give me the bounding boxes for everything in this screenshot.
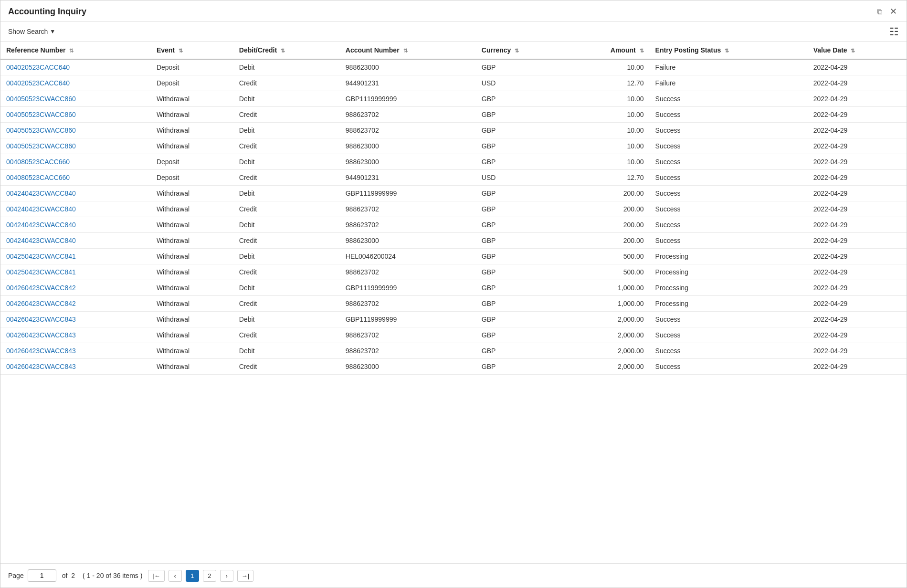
cell-value-date: 2022-04-29 [808, 107, 907, 123]
cell-debit-credit: Credit [233, 75, 340, 91]
cell-debit-credit: Credit [233, 359, 340, 375]
cell-reference-number[interactable]: 004260423CWACC843 [0, 359, 151, 375]
cell-amount: 2,000.00 [567, 312, 650, 327]
cell-entry-posting-status: Success [650, 312, 808, 327]
cell-value-date: 2022-04-29 [808, 123, 907, 138]
cell-reference-number[interactable]: 004020523CACC640 [0, 75, 151, 91]
cell-event: Withdrawal [151, 123, 233, 138]
cell-debit-credit: Debit [233, 186, 340, 201]
cell-reference-number[interactable]: 004240423CWACC840 [0, 217, 151, 233]
cell-event: Withdrawal [151, 296, 233, 312]
cell-value-date: 2022-04-29 [808, 170, 907, 186]
cell-reference-number[interactable]: 004050523CWACC860 [0, 138, 151, 154]
cell-value-date: 2022-04-29 [808, 233, 907, 249]
cell-account-number: 988623702 [340, 296, 476, 312]
last-page-button[interactable]: →| [237, 570, 253, 582]
col-header-reference-number[interactable]: Reference Number ⇅ [0, 42, 151, 59]
cell-account-number: 988623000 [340, 359, 476, 375]
show-search-button[interactable]: Show Search ▼ [8, 26, 55, 37]
page-2-button[interactable]: 2 [203, 570, 216, 582]
cell-event: Deposit [151, 170, 233, 186]
cell-reference-number[interactable]: 004260423CWACC843 [0, 343, 151, 359]
cell-event: Deposit [151, 75, 233, 91]
cell-debit-credit: Debit [233, 249, 340, 264]
col-header-amount[interactable]: Amount ⇅ [567, 42, 650, 59]
table-row: 004260423CWACC843WithdrawalDebitGBP11199… [0, 312, 907, 327]
cell-account-number: 988623702 [340, 107, 476, 123]
cell-currency: USD [476, 170, 567, 186]
col-header-event[interactable]: Event ⇅ [151, 42, 233, 59]
cell-event: Deposit [151, 154, 233, 170]
cell-account-number: 988623702 [340, 343, 476, 359]
page-input[interactable] [28, 569, 56, 582]
table-row: 004260423CWACC842WithdrawalDebitGBP11199… [0, 280, 907, 296]
cell-amount: 10.00 [567, 154, 650, 170]
prev-page-button[interactable]: ‹ [169, 570, 182, 582]
cell-currency: GBP [476, 201, 567, 217]
cell-entry-posting-status: Success [650, 138, 808, 154]
title-bar-controls: ⧉ ✕ [875, 5, 899, 18]
next-page-button[interactable]: › [220, 570, 233, 582]
cell-account-number: GBP1119999999 [340, 312, 476, 327]
cell-value-date: 2022-04-29 [808, 327, 907, 343]
cell-amount: 10.00 [567, 91, 650, 107]
cell-entry-posting-status: Processing [650, 280, 808, 296]
cell-account-number: 988623702 [340, 123, 476, 138]
cell-reference-number[interactable]: 004020523CACC640 [0, 59, 151, 75]
cell-debit-credit: Debit [233, 217, 340, 233]
maximize-button[interactable]: ⧉ [875, 6, 884, 18]
cell-reference-number[interactable]: 004080523CACC660 [0, 170, 151, 186]
sort-icon-account-number: ⇅ [403, 48, 408, 53]
cell-currency: USD [476, 75, 567, 91]
cell-reference-number[interactable]: 004260423CWACC842 [0, 280, 151, 296]
range-info: ( 1 - 20 of 36 items ) [83, 572, 142, 579]
cell-currency: GBP [476, 154, 567, 170]
cell-event: Withdrawal [151, 201, 233, 217]
col-header-account-number[interactable]: Account Number ⇅ [340, 42, 476, 59]
close-button[interactable]: ✕ [888, 5, 899, 18]
col-header-debit-credit[interactable]: Debit/Credit ⇅ [233, 42, 340, 59]
table-row: 004080523CACC660DepositCredit944901231US… [0, 170, 907, 186]
col-header-entry-posting-status[interactable]: Entry Posting Status ⇅ [650, 42, 808, 59]
table-row: 004240423CWACC840WithdrawalCredit9886237… [0, 201, 907, 217]
col-header-currency[interactable]: Currency ⇅ [476, 42, 567, 59]
cell-reference-number[interactable]: 004080523CACC660 [0, 154, 151, 170]
cell-event: Withdrawal [151, 91, 233, 107]
page-1-button[interactable]: 1 [186, 570, 199, 582]
table-row: 004020523CACC640DepositDebit988623000GBP… [0, 59, 907, 75]
cell-debit-credit: Credit [233, 233, 340, 249]
table-row: 004260423CWACC843WithdrawalCredit9886230… [0, 359, 907, 375]
col-header-value-date[interactable]: Value Date ⇅ [808, 42, 907, 59]
cell-reference-number[interactable]: 004260423CWACC842 [0, 296, 151, 312]
cell-amount: 200.00 [567, 217, 650, 233]
cell-reference-number[interactable]: 004250423CWACC841 [0, 264, 151, 280]
cell-reference-number[interactable]: 004260423CWACC843 [0, 312, 151, 327]
cell-amount: 12.70 [567, 75, 650, 91]
cell-reference-number[interactable]: 004240423CWACC840 [0, 233, 151, 249]
edit-columns-button[interactable]: ☷ [889, 26, 899, 38]
cell-entry-posting-status: Processing [650, 264, 808, 280]
cell-value-date: 2022-04-29 [808, 249, 907, 264]
edit-columns-area: ☷ [889, 26, 899, 38]
table-row: 004050523CWACC860WithdrawalCredit9886230… [0, 138, 907, 154]
cell-reference-number[interactable]: 004050523CWACC860 [0, 107, 151, 123]
cell-amount: 200.00 [567, 201, 650, 217]
first-page-button[interactable]: |← [148, 570, 164, 582]
cell-amount: 12.70 [567, 170, 650, 186]
cell-reference-number[interactable]: 004050523CWACC860 [0, 91, 151, 107]
table-row: 004260423CWACC843WithdrawalCredit9886237… [0, 327, 907, 343]
cell-event: Withdrawal [151, 217, 233, 233]
cell-event: Withdrawal [151, 107, 233, 123]
cell-reference-number[interactable]: 004240423CWACC840 [0, 201, 151, 217]
cell-currency: GBP [476, 312, 567, 327]
cell-debit-credit: Debit [233, 91, 340, 107]
cell-reference-number[interactable]: 004260423CWACC843 [0, 327, 151, 343]
cell-entry-posting-status: Success [650, 91, 808, 107]
cell-account-number: 988623702 [340, 264, 476, 280]
table-row: 004240423CWACC840WithdrawalDebit98862370… [0, 217, 907, 233]
cell-reference-number[interactable]: 004250423CWACC841 [0, 249, 151, 264]
cell-currency: GBP [476, 107, 567, 123]
cell-reference-number[interactable]: 004240423CWACC840 [0, 186, 151, 201]
cell-debit-credit: Debit [233, 154, 340, 170]
cell-reference-number[interactable]: 004050523CWACC860 [0, 123, 151, 138]
